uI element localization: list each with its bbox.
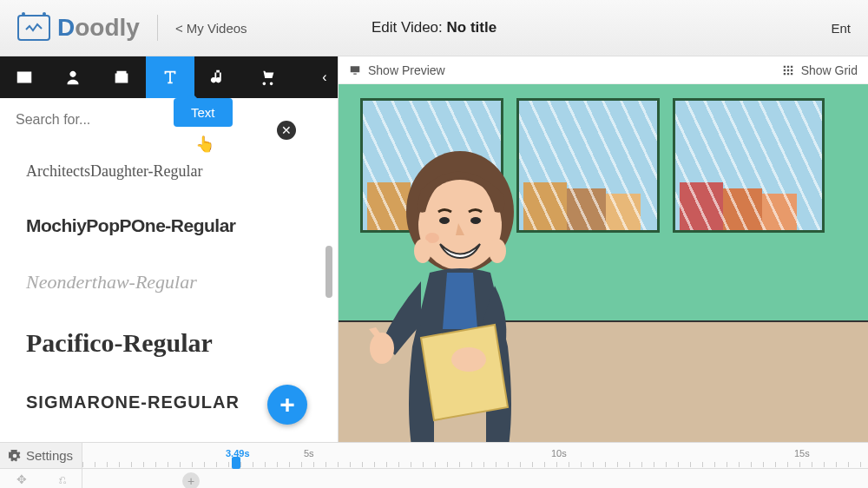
svg-point-3 [470, 217, 481, 224]
logo-icon [17, 15, 50, 41]
canvas[interactable] [339, 84, 868, 442]
left-sidebar: ‹ Text 👆 ✕ ArchitectsDaughter-Regular Mo… [0, 56, 339, 442]
font-item[interactable]: ArchitectsDaughter-Regular [0, 145, 338, 198]
lock-icon[interactable]: ⎌ [59, 472, 66, 486]
time-marker: 5s [304, 448, 314, 458]
window-prop[interactable] [673, 98, 825, 233]
page-title: Edit Video: No title [372, 19, 496, 36]
gear-icon [9, 450, 21, 462]
grid-icon [782, 64, 794, 76]
svg-point-8 [489, 239, 506, 263]
tab-sounds[interactable] [194, 56, 243, 98]
app-logo: Doodly [17, 14, 140, 42]
playhead[interactable] [232, 457, 240, 469]
svg-point-2 [439, 217, 450, 224]
canvas-toolbar: Show Preview Show Grid [339, 56, 868, 84]
svg-point-6 [451, 347, 486, 372]
canvas-area: Show Preview Show Grid [339, 56, 868, 442]
font-item[interactable]: Pacifico-Regular [0, 311, 338, 375]
app-header: Doodly < My Videos Edit Video: No title … [0, 0, 868, 56]
show-grid-button[interactable]: Show Grid [801, 63, 858, 77]
add-button[interactable]: + [267, 385, 307, 425]
main-area: ‹ Text 👆 ✕ ArchitectsDaughter-Regular Mo… [0, 56, 868, 442]
move-icon[interactable]: ✥ [16, 472, 27, 486]
asset-toolbar: ‹ [0, 56, 338, 98]
show-preview-button[interactable]: Show Preview [368, 63, 445, 77]
tab-props[interactable] [97, 56, 146, 98]
header-right-truncated[interactable]: Ent [831, 21, 851, 36]
monitor-icon [349, 64, 361, 76]
timeline-ruler[interactable]: 3.49s 5s 10s 15s + [82, 443, 868, 488]
logo-text: Doodly [57, 14, 140, 42]
header-divider [157, 15, 158, 41]
add-scene-button[interactable]: + [182, 472, 200, 488]
scrollbar[interactable] [326, 246, 332, 298]
tab-scenes[interactable] [0, 56, 49, 98]
timeline: Settings ✥ ⎌ 3.49s 5s 10s 15s + [0, 442, 868, 488]
character-prop[interactable] [339, 129, 595, 442]
settings-button[interactable]: Settings [0, 443, 82, 469]
clear-search-button[interactable]: ✕ [277, 121, 296, 140]
svg-point-7 [414, 239, 431, 263]
time-marker: 15s [794, 448, 810, 458]
text-tooltip: Text [174, 98, 233, 127]
font-item[interactable]: MochiyPopPOne-Regular [0, 198, 338, 254]
tab-characters[interactable] [49, 56, 97, 98]
toolbar-collapse[interactable]: ‹ [312, 56, 338, 98]
breadcrumb-back[interactable]: < My Videos [175, 21, 247, 36]
search-input[interactable] [16, 112, 322, 128]
tab-text[interactable] [146, 56, 194, 98]
tab-cart[interactable] [243, 56, 292, 98]
time-marker: 10s [551, 448, 567, 458]
font-item[interactable]: Neonderthaw-Regular [0, 254, 338, 311]
track-controls: ✥ ⎌ [0, 469, 82, 488]
